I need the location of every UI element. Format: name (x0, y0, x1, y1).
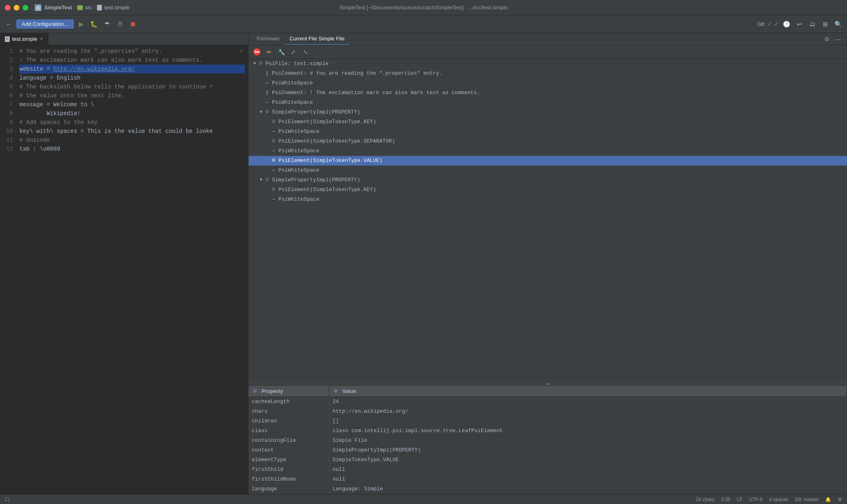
prop-key-3: class (249, 426, 329, 435)
tree-item-separator[interactable]: Ψ PsiElement(SimpleTokenType.SEPARATOR) (249, 136, 847, 146)
psi-expand-icon: ⤢ (291, 49, 296, 55)
tab-label: test.simple (12, 36, 37, 42)
psi-wrench-icon: 🔧 (278, 49, 285, 55)
folder-icon-small (77, 5, 83, 10)
code-line-5: # The backslash below tells the applicat… (19, 82, 245, 91)
tree-item-value[interactable]: Ψ PsiElement(SimpleTokenType.VALUE) (249, 156, 847, 166)
back-button[interactable]: ← (3, 19, 15, 30)
prop-row-8[interactable]: firstChildNode null (249, 475, 847, 484)
psi-expand-button[interactable]: ⤢ (288, 47, 299, 57)
debug-button[interactable]: 🐛 (88, 19, 100, 30)
prop-row-5[interactable]: context SimplePropertyImpl(PROPERTY) (249, 445, 847, 455)
prop-row-0[interactable]: cachedLength 24 (249, 397, 847, 407)
profile-button[interactable]: ⏱ (114, 19, 126, 30)
status-encoding[interactable]: UTF-8 (749, 497, 763, 502)
expand-arrow-psifile[interactable]: ▼ (252, 59, 257, 69)
psi-highlight-button[interactable]: ✏ (264, 47, 274, 57)
git-history-button[interactable]: 🕐 (781, 19, 792, 30)
psi-highlight-icon: ✏ (267, 49, 272, 55)
git-rollback-button[interactable]: ↩ (794, 19, 805, 30)
prop-row-3[interactable]: class class com.intellij.psi.impl.source… (249, 426, 847, 436)
close-button[interactable] (5, 5, 11, 10)
prop-key-6: elementType (249, 455, 329, 464)
editor-tab-test-simple[interactable]: P test.simple ✕ (0, 33, 48, 45)
status-git[interactable]: Git: master (795, 497, 819, 502)
breadcrumb-folder[interactable]: src (85, 4, 92, 10)
status-chars[interactable]: 24 chars (696, 497, 714, 502)
prop-row-4[interactable]: containingFile Simple File (249, 436, 847, 445)
main-content: P test.simple ✕ 1 2 3 4 5 6 7 8 9 10 11 … (0, 33, 847, 494)
prop-key-9: language (249, 484, 329, 494)
psi-stop-button[interactable]: ⛔ (252, 47, 262, 57)
git-vcs-button[interactable]: 🗂 (807, 19, 818, 30)
tab-current-file[interactable]: Current File Simple File (285, 33, 350, 45)
expand-arrow-prop1[interactable]: ▼ (258, 107, 264, 117)
psi-tree[interactable]: ▼ Ψ PsiFile: test.simple ∥ PsiComment: #… (249, 59, 847, 383)
tree-item-simpleprop1[interactable]: ▼ Ψ SimplePropertyImpl(PROPERTY) (249, 107, 847, 117)
tree-item-psicomment1[interactable]: ∥ PsiComment: # You are reading the ".pr… (249, 69, 847, 78)
breadcrumb: S SimpleTest › src › test.simple (35, 4, 130, 11)
tree-item-simpleprop2[interactable]: ▼ Ψ SimplePropertyImpl(PROPERTY) (249, 175, 847, 185)
prop-row-1[interactable]: chars http://en.wikipedia.org/ (249, 407, 847, 416)
tree-text-separator: PsiElement(SimpleTokenType.SEPARATOR) (278, 136, 395, 146)
status-notifications[interactable]: 🔔 (825, 497, 831, 502)
prop-row-9[interactable]: language Language: Simple (249, 484, 847, 494)
whitespace-trunc-icon: — (270, 196, 277, 203)
breadcrumb-project[interactable]: SimpleTest (44, 4, 72, 10)
editor-panel: P test.simple ✕ 1 2 3 4 5 6 7 8 9 10 11 … (0, 33, 249, 494)
git-check1: ✓ (767, 20, 772, 28)
prop2-node-icon: Ψ (264, 177, 270, 183)
tree-item-key[interactable]: Ψ PsiElement(SimpleTokenType.KEY) (249, 117, 847, 127)
psi-wrench-button[interactable]: 🔧 (276, 47, 287, 57)
back-icon: ← (6, 21, 12, 27)
prop-row-2[interactable]: children [] (249, 416, 847, 426)
coverage-icon: ☂ (104, 21, 110, 28)
prop-key-5: context (249, 445, 329, 455)
stop-button[interactable]: ⏹ (127, 19, 139, 30)
tree-item-key2[interactable]: Ψ PsiElement(SimpleTokenType.KEY) (249, 185, 847, 195)
code-content[interactable]: # You are reading the ".properties" entr… (16, 45, 248, 494)
prop-key-1: chars (249, 407, 329, 416)
search-everywhere-button[interactable]: 🔍 (832, 19, 844, 30)
status-line-ending[interactable]: LF (737, 497, 742, 502)
status-more[interactable]: ⚙ (838, 497, 842, 502)
tree-item-whitespace5[interactable]: — PsiWhiteSpace (249, 166, 847, 175)
whitespace2-node-icon: — (264, 99, 270, 106)
checkmark-gutter: ✓ (240, 47, 243, 56)
add-config-button[interactable]: Add Configuration... (16, 19, 74, 29)
close-panel-icon: — (835, 36, 841, 42)
tree-item-whitespace2[interactable]: — PsiWhiteSpace (249, 98, 847, 107)
tree-item-psicomment2[interactable]: ∥ PsiComment: ! The exclamation mark can… (249, 88, 847, 98)
maximize-button[interactable] (23, 5, 28, 10)
expand-arrow-prop2[interactable]: ▼ (258, 175, 264, 185)
psi-node-icon: Ψ (257, 61, 264, 67)
close-panel-button[interactable]: — (832, 33, 844, 45)
tree-item-psifile[interactable]: ▼ Ψ PsiFile: test.simple (249, 59, 847, 69)
tab-psi-viewer[interactable]: PsiViewer (252, 33, 285, 45)
prop-key-4: containingFile (249, 436, 329, 445)
minimize-button[interactable] (14, 5, 19, 10)
status-indent[interactable]: 4 spaces (769, 497, 788, 502)
tree-item-whitespace4[interactable]: — PsiWhiteSpace (249, 146, 847, 156)
coverage-button[interactable]: ☂ (101, 19, 113, 30)
settings-button[interactable]: ⚙ (821, 33, 832, 45)
tree-item-whitespace3[interactable]: — PsiWhiteSpace (249, 127, 847, 136)
prop-key-7: firstChild (249, 465, 329, 474)
key2-node-icon: Ψ (270, 187, 277, 193)
psi-collapse-button[interactable]: ⤡ (300, 47, 311, 57)
prop-row-6[interactable]: elementType SimpleTokenType.VALUE (249, 455, 847, 465)
add-config-label: Add Configuration... (22, 21, 68, 27)
comment-node-icon: ∥ (264, 70, 270, 77)
run-button[interactable]: ▶ (76, 19, 87, 30)
scroll-divider-dot (546, 383, 550, 385)
layout-button[interactable]: ⊞ (820, 19, 831, 30)
prop-row-7[interactable]: firstChild null (249, 465, 847, 475)
tree-item-whitespace-truncated[interactable]: — PsiWhiteSpace (249, 195, 847, 204)
tree-text-psifile: PsiFile: test.simple (265, 59, 329, 69)
tree-item-whitespace1[interactable]: — PsiWhiteSpace (249, 78, 847, 88)
code-line-11: # Unicode (19, 136, 245, 145)
status-position[interactable]: 3:35 (721, 497, 730, 502)
traffic-lights (5, 5, 28, 10)
tab-close-button[interactable]: ✕ (40, 36, 43, 42)
breadcrumb-file[interactable]: test.simple (104, 4, 129, 10)
